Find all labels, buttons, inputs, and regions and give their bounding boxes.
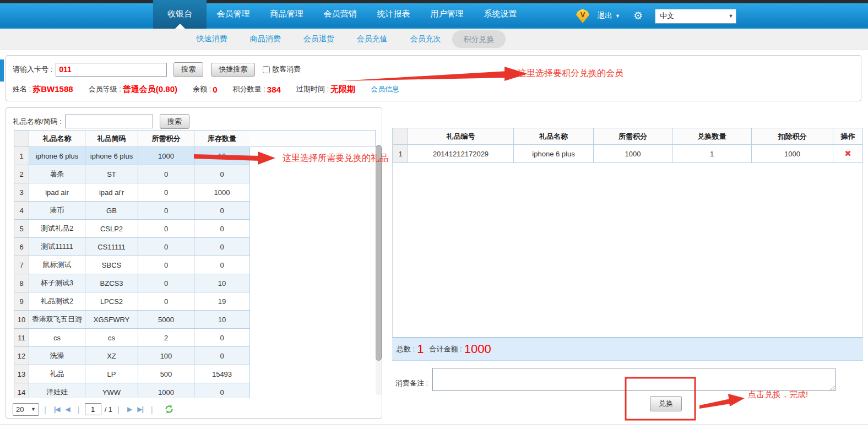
gift-row[interactable]: 9礼品测试2LPCS2019 [14, 292, 250, 311]
tab-member-marketing[interactable]: 会员营销 [313, 0, 367, 29]
prev-page-icon[interactable]: ◀ [66, 405, 70, 413]
tab-statistics-report[interactable]: 统计报表 [367, 0, 420, 29]
gift-row[interactable]: 5测试礼品2CSLP200 [14, 220, 250, 238]
cell: CSLP2 [85, 220, 138, 238]
column-header [14, 131, 29, 147]
expire-label: 过期时间 : [296, 84, 329, 94]
subtab-member-return[interactable]: 会员退货 [292, 34, 345, 44]
column-header: 所需积分 [594, 128, 672, 145]
pager-separator: | [44, 405, 46, 414]
sub-navbar: 快速消费 商品消费 会员退货 会员充值 会员充次 积分兑换 [0, 29, 868, 50]
gift-row[interactable]: 1iphone 6 plusiphone 6 plus100010 [14, 147, 250, 165]
card-number-label: 请输入卡号 : [13, 64, 52, 74]
cell: 1000 [752, 145, 833, 163]
remark-textarea[interactable] [432, 368, 836, 391]
tab-cashier[interactable]: 收银台 [153, 0, 207, 29]
pager-separator: | [78, 405, 80, 414]
cell: 0 [194, 347, 250, 365]
left-accent-bar [0, 59, 4, 82]
page-size-select[interactable]: 20 ▼ [13, 403, 39, 416]
column-header: 兑换数量 [672, 128, 752, 145]
subtab-quick-consume[interactable]: 快速消费 [185, 34, 238, 44]
cell: 5000 [138, 311, 194, 329]
cell: 0 [138, 274, 194, 292]
cell: 100 [138, 347, 194, 365]
chevron-down-icon[interactable]: ▼ [615, 13, 620, 19]
walkin-label: 散客消费 [272, 64, 301, 74]
tab-member-management[interactable]: 会员管理 [207, 0, 260, 29]
gift-row[interactable]: 4港币GB00 [14, 202, 250, 220]
row-number: 13 [14, 365, 29, 383]
quick-search-button[interactable]: 快捷搜索 [211, 63, 255, 77]
row-number: 3 [14, 183, 29, 202]
subtab-points-exchange[interactable]: 积分兑换 [452, 30, 506, 48]
sub-nav-items: 快速消费 商品消费 会员退货 会员充值 会员充次 积分兑换 [185, 29, 506, 50]
cell: 2 [138, 329, 194, 347]
refresh-icon[interactable] [165, 405, 173, 414]
gift-row[interactable]: 2薯条ST00 [14, 165, 250, 183]
column-header: 礼品名称 [514, 128, 594, 145]
total-count-label: 总数 : [397, 344, 415, 354]
first-page-icon[interactable]: |◀ [54, 405, 60, 413]
gift-row[interactable]: 12洗澡XZ1000 [14, 347, 250, 365]
subtab-member-times[interactable]: 会员充次 [399, 34, 452, 44]
member-info-row: 姓名 :苏BW1588 会员等级 :普通会员(0.80) 余额 :0 积分数量 … [13, 83, 399, 96]
cell: 洋娃娃 [29, 383, 85, 399]
cell: 1000 [194, 183, 250, 202]
member-search-button[interactable]: 搜索 [173, 62, 203, 77]
gift-row[interactable]: 6测试11111CS1111100 [14, 238, 250, 256]
gear-icon[interactable]: ⚙ [633, 10, 643, 21]
cell: ST [85, 165, 138, 183]
subtab-member-recharge[interactable]: 会员充值 [345, 34, 399, 44]
gift-row[interactable]: 3ipad airipad ai'r01000 [14, 183, 250, 202]
cell: 0 [138, 183, 194, 202]
delete-icon[interactable]: ✖ [844, 149, 851, 158]
card-number-input[interactable] [56, 63, 167, 77]
gift-row[interactable]: 14洋娃娃YWW10000 [14, 383, 250, 399]
navbar-right-cluster: V 退出 ▼ ⚙ 中文 ▼ [576, 8, 736, 24]
cell: 洗澡 [29, 347, 85, 365]
cell: 0 [194, 165, 250, 183]
gift-row[interactable]: 8杯子测试3BZCS3010 [14, 274, 250, 292]
cell: iphone 6 plus [29, 147, 85, 165]
walkin-checkbox[interactable] [263, 66, 270, 73]
cell: 1000 [594, 145, 672, 163]
member-info-link[interactable]: 会员信息 [371, 84, 399, 94]
cell: 1000 [138, 147, 194, 165]
gift-row[interactable]: 13礼品LP50015493 [14, 365, 250, 383]
row-number: 8 [14, 274, 29, 292]
cell: 1 [672, 145, 752, 163]
row-number: 2 [14, 165, 29, 183]
cell: 0 [138, 238, 194, 256]
cell: 10 [194, 274, 250, 292]
gift-row[interactable]: 10香港双飞五日游XGSFWRY500010 [14, 311, 250, 329]
tab-user-management[interactable]: 用户管理 [420, 0, 474, 29]
cell: CS11111 [85, 238, 138, 256]
logout-button[interactable]: 退出 [597, 11, 612, 21]
cell: 0 [138, 256, 194, 274]
subtab-product-consume[interactable]: 商品消费 [238, 34, 292, 44]
language-value: 中文 [660, 11, 674, 21]
tab-system-settings[interactable]: 系统设置 [474, 0, 527, 29]
cell: XGSFWRY [85, 311, 138, 329]
gift-search-input[interactable] [65, 115, 153, 128]
scrollbar-thumb[interactable] [376, 145, 382, 361]
pager-separator: | [117, 405, 120, 414]
select-arrow-icon: ▼ [31, 406, 36, 412]
cell: 10 [194, 147, 250, 165]
gift-table-scrollbar[interactable] [376, 145, 382, 395]
tab-product-management[interactable]: 商品管理 [260, 0, 313, 29]
language-select[interactable]: 中文 ▼ [655, 9, 736, 24]
next-page-icon[interactable]: ▶ [127, 405, 132, 413]
last-page-icon[interactable]: ▶| [137, 405, 143, 413]
cell: GB [85, 202, 138, 220]
cell: 0 [138, 220, 194, 238]
exchange-button[interactable]: 兑换 [650, 396, 682, 411]
gift-row[interactable]: 7鼠标测试SBCS00 [14, 256, 250, 274]
cell: SBCS [85, 256, 138, 274]
row-number: 6 [14, 238, 29, 256]
page-number-input[interactable] [85, 403, 101, 415]
gift-search-button[interactable]: 搜索 [160, 114, 189, 129]
member-points: 384 [267, 85, 281, 94]
gift-row[interactable]: 11cscs20 [14, 329, 250, 347]
